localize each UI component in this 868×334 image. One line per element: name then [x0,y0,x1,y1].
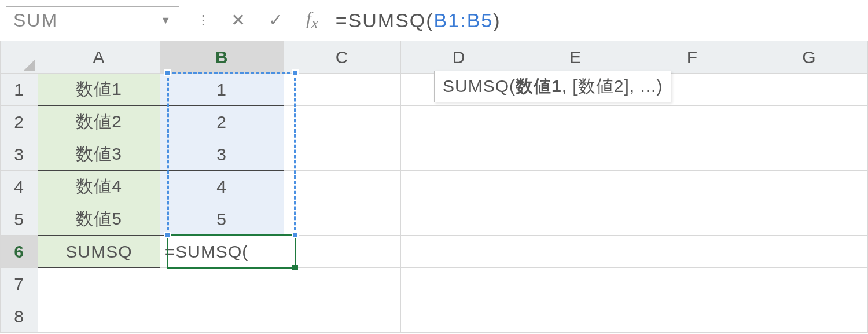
cell-F6[interactable] [634,236,751,268]
cell-C7[interactable] [284,268,400,300]
cell-G1[interactable] [751,74,867,106]
formula-input[interactable]: =SUMSQ(B1:B5) [336,9,868,32]
cell-D8[interactable] [400,300,517,333]
formula-bar-buttons: ⋮ ✕ ✓ fx [197,8,318,32]
cell-C2[interactable] [284,106,400,138]
cell-F2[interactable] [634,106,751,138]
cell-B1[interactable]: 1 [160,74,284,106]
enter-icon[interactable]: ✓ [269,10,283,30]
col-header-G[interactable]: G [751,41,867,74]
formula-prefix: =SUMSQ( [336,9,434,32]
row-header-1[interactable]: 1 [1,74,38,106]
cell-B7[interactable] [160,268,284,300]
cell-A3[interactable]: 数値3 [38,138,160,171]
cell-E4[interactable] [517,171,634,203]
cell-C1[interactable] [284,74,400,106]
cell-B2[interactable]: 2 [160,106,284,138]
cell-C4[interactable] [284,171,400,203]
cell-D6[interactable] [400,236,517,268]
cell-F3[interactable] [634,138,751,171]
cell-E7[interactable] [517,268,634,300]
row-header-7[interactable]: 7 [1,268,38,300]
col-header-B[interactable]: B [160,41,284,74]
cell-G2[interactable] [751,106,867,138]
row-header-4[interactable]: 4 [1,171,38,203]
cell-A8[interactable] [38,300,160,333]
cell-D5[interactable] [400,203,517,236]
cell-F7[interactable] [634,268,751,300]
cell-F4[interactable] [634,171,751,203]
col-header-F[interactable]: F [634,41,751,74]
tooltip-fn: SUMSQ( [443,76,516,96]
formula-bar: SUM ▼ ⋮ ✕ ✓ fx =SUMSQ(B1:B5) [0,0,868,41]
cell-B5[interactable]: 5 [160,203,284,236]
cell-C3[interactable] [284,138,400,171]
tooltip-rest: , [数値2], ...) [562,76,663,96]
cell-A6[interactable]: SUMSQ [38,236,160,268]
cell-D4[interactable] [400,171,517,203]
cell-D2[interactable] [400,106,517,138]
row-header-8[interactable]: 8 [1,300,38,333]
cancel-icon[interactable]: ✕ [231,10,245,30]
cell-B4[interactable]: 4 [160,171,284,203]
dots-icon: ⋮ [197,13,208,28]
cell-G5[interactable] [751,203,867,236]
cell-B6[interactable]: =SUMSQ( [160,236,284,268]
formula-suffix: ) [493,9,501,32]
cell-D7[interactable] [400,268,517,300]
cell-A4[interactable]: 数値4 [38,171,160,203]
chevron-down-icon[interactable]: ▼ [160,14,172,27]
cell-E3[interactable] [517,138,634,171]
select-all-corner[interactable] [1,41,38,74]
cell-C8[interactable] [284,300,400,333]
sheet-area: ABCDEFG1数値112数値223数値334数値445数値556SUMSQ=S… [0,41,868,333]
cell-E6[interactable] [517,236,634,268]
cell-A2[interactable]: 数値2 [38,106,160,138]
col-header-E[interactable]: E [517,41,634,74]
cell-B3[interactable]: 3 [160,138,284,171]
cell-G6[interactable] [751,236,867,268]
cell-C5[interactable] [284,203,400,236]
tooltip-arg1: 数値1 [516,76,562,96]
row-header-6[interactable]: 6 [1,236,38,268]
col-header-A[interactable]: A [38,41,160,74]
col-header-D[interactable]: D [400,41,517,74]
cell-E8[interactable] [517,300,634,333]
cell-G8[interactable] [751,300,867,333]
cell-G4[interactable] [751,171,867,203]
cell-A5[interactable]: 数値5 [38,203,160,236]
fx-icon[interactable]: fx [306,8,318,32]
name-box[interactable]: SUM ▼ [6,6,179,34]
formula-ref: B1:B5 [434,9,494,32]
cell-A1[interactable]: 数値1 [38,74,160,106]
row-header-3[interactable]: 3 [1,138,38,171]
cell-F8[interactable] [634,300,751,333]
cell-G3[interactable] [751,138,867,171]
cell-B8[interactable] [160,300,284,333]
cell-E5[interactable] [517,203,634,236]
cell-E2[interactable] [517,106,634,138]
function-tooltip: SUMSQ(数値1, [数値2], ...) [434,71,671,102]
cell-F5[interactable] [634,203,751,236]
row-header-2[interactable]: 2 [1,106,38,138]
row-header-5[interactable]: 5 [1,203,38,236]
cell-A7[interactable] [38,268,160,300]
cell-C6[interactable] [284,236,400,268]
col-header-C[interactable]: C [284,41,400,74]
name-box-value: SUM [13,10,58,31]
cell-G7[interactable] [751,268,867,300]
cell-D3[interactable] [400,138,517,171]
